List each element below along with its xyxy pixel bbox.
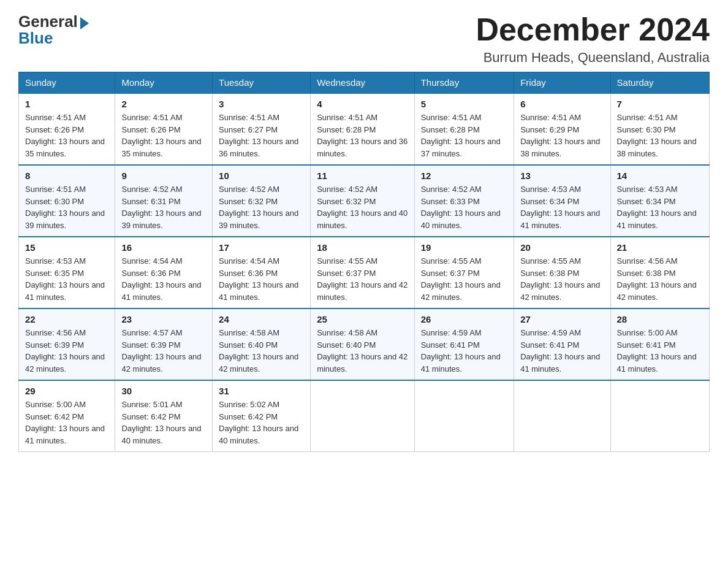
calendar-cell: 26 Sunrise: 4:59 AMSunset: 6:41 PMDaylig…: [414, 308, 514, 380]
day-info: Sunrise: 4:54 AMSunset: 6:36 PMDaylight:…: [121, 255, 206, 303]
calendar-cell: 4 Sunrise: 4:51 AMSunset: 6:28 PMDayligh…: [311, 93, 415, 165]
calendar-cell: 22 Sunrise: 4:56 AMSunset: 6:39 PMDaylig…: [19, 308, 115, 380]
day-info: Sunrise: 4:51 AMSunset: 6:30 PMDaylight:…: [25, 183, 108, 231]
header-wednesday: Wednesday: [311, 72, 415, 94]
calendar-cell: 28 Sunrise: 5:00 AMSunset: 6:41 PMDaylig…: [610, 308, 709, 380]
calendar-week-row: 8 Sunrise: 4:51 AMSunset: 6:30 PMDayligh…: [19, 165, 710, 237]
day-number: 23: [121, 314, 206, 324]
day-number: 18: [317, 242, 408, 253]
header-monday: Monday: [115, 72, 213, 94]
day-number: 4: [317, 99, 408, 109]
day-info: Sunrise: 5:00 AMSunset: 6:41 PMDaylight:…: [617, 327, 703, 375]
header-sunday: Sunday: [19, 72, 115, 94]
calendar-week-row: 29 Sunrise: 5:00 AMSunset: 6:42 PMDaylig…: [19, 380, 710, 452]
day-number: 9: [121, 170, 206, 181]
calendar-cell: [610, 380, 709, 452]
day-number: 1: [25, 99, 108, 109]
calendar-cell: 9 Sunrise: 4:52 AMSunset: 6:31 PMDayligh…: [115, 165, 213, 237]
calendar-cell: 1 Sunrise: 4:51 AMSunset: 6:26 PMDayligh…: [19, 93, 115, 165]
calendar-cell: 16 Sunrise: 4:54 AMSunset: 6:36 PMDaylig…: [115, 237, 213, 308]
calendar-cell: [514, 380, 610, 452]
day-number: 16: [121, 242, 206, 253]
logo: General Blue: [18, 12, 89, 48]
calendar-cell: 27 Sunrise: 4:59 AMSunset: 6:41 PMDaylig…: [514, 308, 610, 380]
calendar-cell: 31 Sunrise: 5:02 AMSunset: 6:42 PMDaylig…: [213, 380, 311, 452]
header-tuesday: Tuesday: [213, 72, 311, 94]
calendar-cell: 7 Sunrise: 4:51 AMSunset: 6:30 PMDayligh…: [610, 93, 709, 165]
day-number: 24: [219, 314, 304, 324]
calendar-cell: 6 Sunrise: 4:51 AMSunset: 6:29 PMDayligh…: [514, 93, 610, 165]
day-info: Sunrise: 4:51 AMSunset: 6:28 PMDaylight:…: [421, 112, 507, 159]
day-info: Sunrise: 5:02 AMSunset: 6:42 PMDaylight:…: [219, 399, 304, 446]
calendar-week-row: 1 Sunrise: 4:51 AMSunset: 6:26 PMDayligh…: [19, 93, 710, 165]
day-number: 29: [25, 386, 108, 396]
header-saturday: Saturday: [610, 72, 709, 94]
calendar-cell: 17 Sunrise: 4:54 AMSunset: 6:36 PMDaylig…: [213, 237, 311, 308]
calendar-cell: 12 Sunrise: 4:52 AMSunset: 6:33 PMDaylig…: [414, 165, 514, 237]
day-number: 5: [421, 99, 507, 109]
day-number: 6: [520, 99, 604, 109]
calendar-cell: 21 Sunrise: 4:56 AMSunset: 6:38 PMDaylig…: [610, 237, 709, 308]
day-number: 8: [25, 170, 108, 181]
day-number: 25: [317, 314, 408, 324]
day-info: Sunrise: 4:52 AMSunset: 6:32 PMDaylight:…: [219, 183, 304, 231]
calendar-cell: 18 Sunrise: 4:55 AMSunset: 6:37 PMDaylig…: [311, 237, 415, 308]
calendar-week-row: 22 Sunrise: 4:56 AMSunset: 6:39 PMDaylig…: [19, 308, 710, 380]
day-info: Sunrise: 4:56 AMSunset: 6:39 PMDaylight:…: [25, 327, 108, 375]
day-number: 11: [317, 170, 408, 181]
day-number: 26: [421, 314, 507, 324]
header-friday: Friday: [514, 72, 610, 94]
calendar-cell: 15 Sunrise: 4:53 AMSunset: 6:35 PMDaylig…: [19, 237, 115, 308]
day-info: Sunrise: 4:52 AMSunset: 6:32 PMDaylight:…: [317, 183, 408, 231]
day-info: Sunrise: 4:52 AMSunset: 6:33 PMDaylight:…: [421, 183, 507, 231]
calendar-cell: 24 Sunrise: 4:58 AMSunset: 6:40 PMDaylig…: [213, 308, 311, 380]
day-info: Sunrise: 4:51 AMSunset: 6:29 PMDaylight:…: [520, 112, 604, 159]
day-info: Sunrise: 4:58 AMSunset: 6:40 PMDaylight:…: [317, 327, 408, 375]
title-block: December 2024 Burrum Heads, Queensland, …: [476, 12, 710, 66]
day-number: 2: [121, 99, 206, 109]
day-number: 20: [520, 242, 604, 253]
calendar-header-row: Sunday Monday Tuesday Wednesday Thursday…: [19, 72, 710, 94]
day-number: 17: [219, 242, 304, 253]
calendar-cell: 29 Sunrise: 5:00 AMSunset: 6:42 PMDaylig…: [19, 380, 115, 452]
calendar-cell: 10 Sunrise: 4:52 AMSunset: 6:32 PMDaylig…: [213, 165, 311, 237]
day-info: Sunrise: 4:55 AMSunset: 6:38 PMDaylight:…: [520, 255, 604, 303]
day-number: 15: [25, 242, 108, 253]
calendar-cell: 11 Sunrise: 4:52 AMSunset: 6:32 PMDaylig…: [311, 165, 415, 237]
calendar-subtitle: Burrum Heads, Queensland, Australia: [476, 50, 710, 66]
day-info: Sunrise: 5:01 AMSunset: 6:42 PMDaylight:…: [121, 399, 206, 446]
day-number: 28: [617, 314, 703, 324]
day-number: 27: [520, 314, 604, 324]
calendar-cell: 20 Sunrise: 4:55 AMSunset: 6:38 PMDaylig…: [514, 237, 610, 308]
calendar-cell: 2 Sunrise: 4:51 AMSunset: 6:26 PMDayligh…: [115, 93, 213, 165]
day-info: Sunrise: 4:51 AMSunset: 6:26 PMDaylight:…: [121, 112, 206, 159]
day-info: Sunrise: 5:00 AMSunset: 6:42 PMDaylight:…: [25, 399, 108, 446]
day-info: Sunrise: 4:58 AMSunset: 6:40 PMDaylight:…: [219, 327, 304, 375]
day-number: 30: [121, 386, 206, 396]
header-thursday: Thursday: [414, 72, 514, 94]
day-info: Sunrise: 4:59 AMSunset: 6:41 PMDaylight:…: [520, 327, 604, 375]
day-number: 10: [219, 170, 304, 181]
logo-blue-text: Blue: [18, 29, 53, 48]
day-number: 7: [617, 99, 703, 109]
calendar-cell: 14 Sunrise: 4:53 AMSunset: 6:34 PMDaylig…: [610, 165, 709, 237]
page-header: General Blue December 2024 Burrum Heads,…: [18, 12, 710, 66]
day-number: 12: [421, 170, 507, 181]
day-info: Sunrise: 4:55 AMSunset: 6:37 PMDaylight:…: [317, 255, 408, 303]
day-info: Sunrise: 4:51 AMSunset: 6:27 PMDaylight:…: [219, 112, 304, 159]
calendar-cell: 25 Sunrise: 4:58 AMSunset: 6:40 PMDaylig…: [311, 308, 415, 380]
day-info: Sunrise: 4:53 AMSunset: 6:35 PMDaylight:…: [25, 255, 108, 303]
day-number: 21: [617, 242, 703, 253]
day-number: 13: [520, 170, 604, 181]
logo-arrow-icon: [80, 17, 89, 29]
day-number: 19: [421, 242, 507, 253]
day-number: 3: [219, 99, 304, 109]
day-info: Sunrise: 4:51 AMSunset: 6:28 PMDaylight:…: [317, 112, 408, 159]
calendar-cell: 8 Sunrise: 4:51 AMSunset: 6:30 PMDayligh…: [19, 165, 115, 237]
day-info: Sunrise: 4:55 AMSunset: 6:37 PMDaylight:…: [421, 255, 507, 303]
day-info: Sunrise: 4:56 AMSunset: 6:38 PMDaylight:…: [617, 255, 703, 303]
calendar-cell: [414, 380, 514, 452]
calendar-title: December 2024: [476, 12, 710, 47]
calendar-cell: 19 Sunrise: 4:55 AMSunset: 6:37 PMDaylig…: [414, 237, 514, 308]
day-info: Sunrise: 4:51 AMSunset: 6:26 PMDaylight:…: [25, 112, 108, 159]
